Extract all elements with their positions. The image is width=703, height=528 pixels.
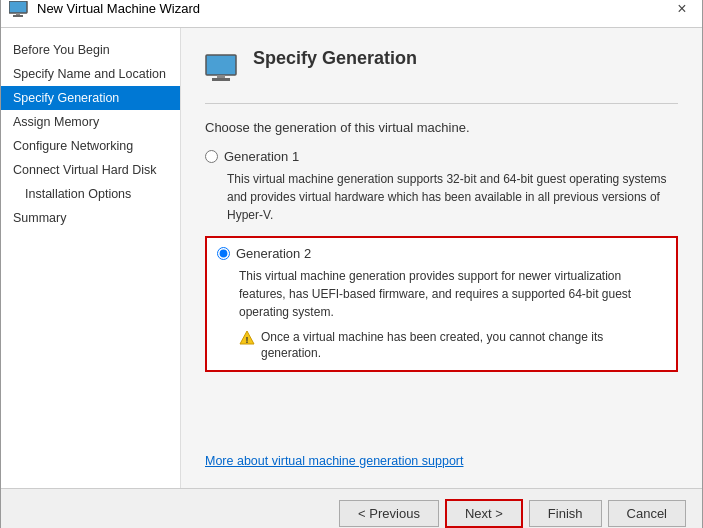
generation-2-box: Generation 2 This virtual machine genera… <box>205 236 678 373</box>
gen1-description: This virtual machine generation supports… <box>227 170 678 224</box>
sidebar-item-configure-networking[interactable]: Configure Networking <box>1 134 180 158</box>
page-description: Choose the generation of this virtual ma… <box>205 120 678 135</box>
page-title-row: Specify Generation <box>205 48 678 104</box>
gen2-warning-text: Once a virtual machine has been created,… <box>261 329 666 363</box>
main-window: New Virtual Machine Wizard × Before You … <box>0 0 703 528</box>
sidebar-item-specify-name[interactable]: Specify Name and Location <box>1 62 180 86</box>
sidebar-item-installation-options[interactable]: Installation Options <box>1 182 180 206</box>
title-bar: New Virtual Machine Wizard × <box>1 0 702 28</box>
gen2-radio[interactable] <box>217 247 230 260</box>
svg-rect-2 <box>13 15 23 17</box>
close-button[interactable]: × <box>670 0 694 21</box>
gen1-radio[interactable] <box>205 150 218 163</box>
content-area: Before You Begin Specify Name and Locati… <box>1 28 702 488</box>
link-row: More about virtual machine generation su… <box>205 443 678 468</box>
cancel-button[interactable]: Cancel <box>608 500 686 527</box>
gen2-warning-row: ! Once a virtual machine has been create… <box>239 329 666 363</box>
gen1-radio-row: Generation 1 <box>205 149 678 164</box>
wizard-icon <box>9 1 29 17</box>
generation-1-block: Generation 1 This virtual machine genera… <box>205 149 678 224</box>
svg-rect-1 <box>16 13 20 15</box>
page-icon <box>205 54 241 87</box>
footer: < Previous Next > Finish Cancel <box>1 488 702 529</box>
sidebar: Before You Begin Specify Name and Locati… <box>1 28 181 488</box>
more-info-link[interactable]: More about virtual machine generation su… <box>205 454 463 468</box>
svg-rect-0 <box>9 1 27 13</box>
page-title: Specify Generation <box>253 48 417 77</box>
sidebar-item-summary[interactable]: Summary <box>1 206 180 230</box>
previous-button[interactable]: < Previous <box>339 500 439 527</box>
finish-button[interactable]: Finish <box>529 500 602 527</box>
sidebar-item-before-you-begin[interactable]: Before You Begin <box>1 38 180 62</box>
gen2-label[interactable]: Generation 2 <box>236 246 311 261</box>
title-bar-left: New Virtual Machine Wizard <box>9 1 200 17</box>
sidebar-item-specify-generation[interactable]: Specify Generation <box>1 86 180 110</box>
gen2-radio-row: Generation 2 <box>217 246 666 261</box>
warning-icon: ! <box>239 330 255 346</box>
svg-rect-4 <box>217 75 225 78</box>
gen2-description: This virtual machine generation provides… <box>239 267 666 321</box>
svg-rect-5 <box>212 78 230 81</box>
svg-text:!: ! <box>246 334 249 344</box>
main-panel: Specify Generation Choose the generation… <box>181 28 702 488</box>
sidebar-item-connect-vhd[interactable]: Connect Virtual Hard Disk <box>1 158 180 182</box>
window-title: New Virtual Machine Wizard <box>37 1 200 16</box>
svg-rect-3 <box>206 55 236 75</box>
main-content: Choose the generation of this virtual ma… <box>205 120 678 443</box>
next-button[interactable]: Next > <box>445 499 523 528</box>
gen1-label[interactable]: Generation 1 <box>224 149 299 164</box>
sidebar-item-assign-memory[interactable]: Assign Memory <box>1 110 180 134</box>
